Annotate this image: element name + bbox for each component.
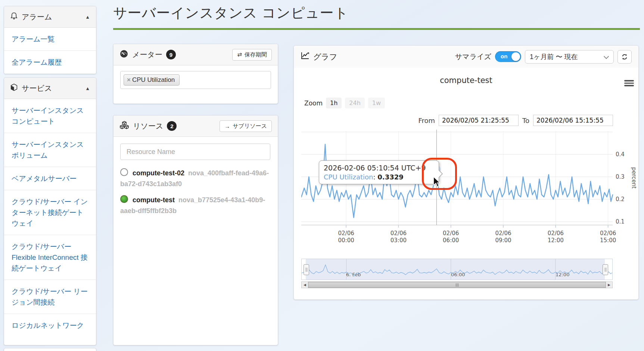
tooltip-series: CPU Utilization <box>324 173 373 181</box>
subresource-button[interactable]: → サブリソース <box>220 120 272 132</box>
navigator-right-handle[interactable] <box>603 264 608 275</box>
to-datetime-input[interactable] <box>533 115 613 126</box>
svg-text:0.1: 0.1 <box>616 218 625 225</box>
radio-checked-icon[interactable] <box>120 195 128 203</box>
resource-row-compute-test-02[interactable]: compute-test-02 nova_400fbaff-fead-49a6-… <box>120 168 271 190</box>
cubes-icon <box>119 121 129 132</box>
meter-panel-title: メーター <box>132 50 162 60</box>
sidebar-section-alarm[interactable]: アラーム ▲ <box>4 6 96 28</box>
sidebar-item-internet-gateway[interactable]: クラウド/サーバー インターネット接続ゲートウェイ <box>4 190 96 235</box>
chart-scrollbar[interactable]: ◀ ▶ <box>301 281 613 288</box>
tooltip-value: 0.3329 <box>377 173 403 181</box>
svg-text:0.3: 0.3 <box>616 173 625 180</box>
meter-chip: × CPU Utilization <box>124 74 180 86</box>
chart-line-icon <box>301 52 309 62</box>
bell-icon <box>10 12 18 22</box>
sidebar-section-service-label: サービス <box>22 83 52 93</box>
monitoring-page: アラーム ▲ アラーム一覧 全アラーム履歴 サービス ▲ サーバーインスタンス … <box>0 0 644 351</box>
refresh-button[interactable] <box>617 50 632 64</box>
main-chart-svg[interactable]: 02/0600:0002/0603:0002/0606:0002/0609:00… <box>301 127 637 247</box>
sidebar-item-inter-region[interactable]: クラウド/サーバー リージョン間接続 <box>4 280 96 314</box>
toggle-knob <box>511 52 520 61</box>
meter-chip-label: CPU Utilization <box>132 76 175 84</box>
svg-text:0.2: 0.2 <box>616 196 625 203</box>
sidebar-service-card: サービス ▲ サーバーインスタンス コンピュート サーバーインスタンス ボリュー… <box>4 77 96 345</box>
graph-panel-title: グラフ <box>313 52 337 62</box>
collapse-caret-icon: ▲ <box>85 86 90 91</box>
radio-unchecked-icon[interactable] <box>120 168 128 176</box>
graph-panel: グラフ サマライズ on 1ヶ月前 〜 現在 compute-test <box>293 45 639 300</box>
resource-count-badge: 2 <box>167 121 177 131</box>
chart-title: compute-test <box>294 76 638 85</box>
zoom-1h-button[interactable]: 1h <box>326 98 342 108</box>
sidebar-item-baremetal-server[interactable]: ベアメタルサーバー <box>4 167 96 190</box>
refresh-icon <box>621 53 628 60</box>
resource-name-input[interactable] <box>120 144 270 160</box>
sidebar-alarm-card: アラーム ▲ アラーム一覧 全アラーム履歴 <box>4 6 96 74</box>
chart-context-menu-icon[interactable] <box>624 80 634 87</box>
cube-icon <box>10 83 18 93</box>
zoom-label: Zoom <box>304 99 323 107</box>
chart-area[interactable]: compute-test Zoom 1h 24h 1w From To 02/0… <box>294 68 638 299</box>
chart-tooltip: 2026-02-06 05:10:54 UTC+9 CPU Utilizatio… <box>319 160 439 184</box>
sidebar-section-service[interactable]: サービス ▲ <box>4 78 96 99</box>
svg-text:0.4: 0.4 <box>616 151 625 158</box>
zoom-1w-button: 1w <box>368 98 385 108</box>
svg-text:02/0600:00: 02/0600:00 <box>338 230 354 244</box>
sidebar-item-logical-network[interactable]: ロジカルネットワーク <box>4 314 96 337</box>
navigator-svg: 6. Feb06:0012:00 <box>302 259 612 280</box>
sidebar-item-fic-gateway[interactable]: クラウド/サーバー Flexible InterConnect 接続ゲートウェイ <box>4 235 96 280</box>
retention-period-button[interactable]: ⇄ 保存期間 <box>232 49 272 61</box>
resource-list: compute-test-02 nova_400fbaff-fead-49a6-… <box>120 168 271 222</box>
scrollbar-left-arrow[interactable]: ◀ <box>302 282 308 288</box>
resource-panel-title: リソース <box>133 121 163 131</box>
resource-panel: リソース 2 → サブリソース compute-test-02 nova_400… <box>113 115 278 345</box>
gauge-icon <box>119 49 128 60</box>
meter-panel: メーター 9 ⇄ 保存期間 × CPU Utilization <box>113 44 278 104</box>
navigator-left-handle[interactable] <box>304 264 309 275</box>
from-datetime-input[interactable] <box>439 115 519 126</box>
title-underline <box>113 28 640 30</box>
sidebar-item-alarm-history[interactable]: 全アラーム履歴 <box>4 51 96 74</box>
zoom-24h-button: 24h <box>345 98 365 108</box>
collapse-caret-icon: ▲ <box>85 14 90 20</box>
time-range-select[interactable]: 1ヶ月前 〜 現在 <box>525 50 614 64</box>
sidebar-item-server-instance-volume[interactable]: サーバーインスタンス ボリューム <box>4 133 96 167</box>
chart-navigator[interactable]: 6. Feb06:0012:00 <box>301 259 613 280</box>
scrollbar-thumb[interactable] <box>308 282 606 288</box>
summarize-label: サマライズ <box>455 52 491 62</box>
svg-text:6. Feb: 6. Feb <box>346 272 361 277</box>
mouse-cursor-icon <box>433 177 442 188</box>
resource-row-compute-test[interactable]: compute-test nova_b77525e4-43a1-40b9-aae… <box>120 195 271 216</box>
sidebar-next-card-stub <box>4 348 96 351</box>
from-label: From <box>418 117 435 124</box>
meter-select-box[interactable]: × CPU Utilization <box>120 71 271 89</box>
svg-text:02/0612:00: 02/0612:00 <box>548 230 564 244</box>
sidebar-item-alarm-list[interactable]: アラーム一覧 <box>4 28 96 51</box>
svg-text:02/0603:00: 02/0603:00 <box>391 230 407 244</box>
to-label: To <box>522 117 529 124</box>
svg-text:percent: percent <box>631 167 637 189</box>
scrollbar-right-arrow[interactable]: ▶ <box>606 282 612 288</box>
toggle-on-label: on <box>501 53 507 59</box>
page-title: サーバーインスタンス コンピュート <box>113 4 349 22</box>
chevron-down-icon <box>604 53 609 59</box>
arrow-right-icon: → <box>224 123 230 129</box>
meter-count-badge: 9 <box>166 50 176 59</box>
svg-text:02/0615:00: 02/0615:00 <box>600 230 616 244</box>
svg-text:02/0609:00: 02/0609:00 <box>495 230 511 244</box>
sidebar-item-server-instance-compute[interactable]: サーバーインスタンス コンピュート <box>4 99 96 133</box>
remove-chip-icon[interactable]: × <box>127 76 131 84</box>
tooltip-datetime: 2026-02-06 05:10:54 UTC+9 <box>324 164 434 172</box>
svg-text:02/0606:00: 02/0606:00 <box>443 230 459 244</box>
sidebar-section-alarm-label: アラーム <box>22 12 52 22</box>
swap-arrows-icon: ⇄ <box>237 51 242 58</box>
summarize-toggle[interactable]: on <box>495 51 521 62</box>
